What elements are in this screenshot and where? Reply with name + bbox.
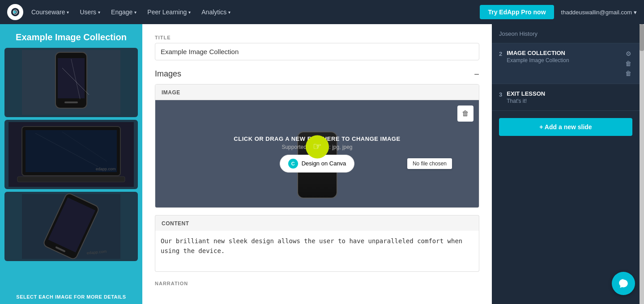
users-chevron-icon: ▾	[98, 10, 100, 15]
user-chevron-icon: ▾	[634, 9, 637, 16]
slide-item-2[interactable]: 2 IMAGE COLLECTION Example Image Collect…	[492, 43, 640, 84]
analytics-chevron-icon: ▾	[228, 10, 230, 15]
image-upload-wrapper: IMAGE 🗑 CLICK OR DRAG A NEW FILE HERE TO…	[155, 84, 479, 208]
slide-3-type: EXIT LESSON	[507, 90, 632, 97]
image-card-2-mock: edapp.com	[4, 120, 138, 189]
content-section: CONTENT Our brilliant new sleek design a…	[155, 215, 479, 274]
try-pro-button[interactable]: Try EdApp Pro now	[480, 5, 554, 19]
title-input[interactable]	[155, 43, 479, 60]
slide-2-subtitle: Example Image Collection	[507, 57, 620, 63]
slide-2-settings-button[interactable]: ⚙	[624, 50, 632, 58]
svg-rect-5	[58, 58, 85, 98]
left-preview-panel: Example Image Collection	[0, 24, 142, 304]
svg-point-1	[14, 11, 17, 13]
nav-peer-learning[interactable]: Peer Learning ▾	[143, 6, 195, 18]
add-new-slide-button[interactable]: + Add a new slide	[499, 118, 632, 136]
images-section-header: Images −	[155, 69, 479, 79]
left-panel-footer: SELECT EACH IMAGE FOR MORE DETAILS	[12, 290, 130, 304]
slide-2-delete-button[interactable]: 🗑	[624, 59, 632, 68]
main-layout: Example Image Collection	[0, 24, 644, 304]
scrollbar-thumb[interactable]	[640, 24, 644, 51]
collapse-images-button[interactable]: −	[474, 70, 479, 79]
image-card-3-mock: edapp.com	[4, 192, 138, 261]
navbar: Courseware ▾ Users ▾ Engage ▾ Peer Learn…	[0, 0, 644, 24]
svg-rect-12	[26, 130, 117, 172]
delete-image-button[interactable]: 🗑	[457, 106, 473, 122]
center-editor-panel: TITLE Images − IMAGE 🗑	[142, 24, 492, 304]
slide-item-3[interactable]: 3 EXIT LESSON That's it!	[492, 84, 640, 111]
chat-bubble-button[interactable]	[612, 272, 635, 295]
slide-3-info: EXIT LESSON That's it!	[507, 90, 632, 104]
app-logo[interactable]	[7, 4, 23, 20]
content-tab-bar: CONTENT	[155, 215, 479, 231]
breadcrumb: Joseon History	[499, 30, 537, 37]
peer-learning-chevron-icon: ▾	[188, 10, 191, 15]
cursor-indicator	[306, 135, 329, 158]
image-card-3[interactable]: edapp.com	[4, 192, 138, 261]
trash-icon: 🗑	[462, 110, 469, 118]
editor-content: TITLE Images − IMAGE 🗑	[142, 24, 492, 304]
image-card-1-mock	[4, 48, 138, 117]
nav-engage[interactable]: Engage ▾	[107, 6, 141, 18]
nav-analytics[interactable]: Analytics ▾	[197, 6, 235, 18]
right-panel: Joseon History 2 IMAGE COLLECTION Exampl…	[492, 24, 640, 304]
engage-chevron-icon: ▾	[134, 10, 136, 15]
title-label: TITLE	[155, 35, 479, 40]
slide-2-delete2-button[interactable]: 🗑	[624, 69, 632, 77]
no-file-badge: No file chosen	[407, 158, 452, 169]
svg-rect-13	[17, 177, 125, 182]
nav-users[interactable]: Users ▾	[75, 6, 105, 18]
slide-3-number: 3	[499, 91, 502, 98]
image-card-2[interactable]: edapp.com	[4, 120, 138, 189]
slide-2-type: IMAGE COLLECTION	[507, 50, 620, 56]
images-section-title: Images	[155, 69, 181, 79]
content-tab-label: CONTENT	[162, 220, 189, 227]
image-cards-list: edapp.com	[0, 48, 142, 290]
slide-2-info: IMAGE COLLECTION Example Image Collectio…	[507, 50, 620, 63]
right-panel-header: Joseon History	[492, 24, 640, 43]
left-panel-title: Example Image Collection	[9, 24, 134, 48]
image-tab-bar: IMAGE	[155, 84, 479, 100]
image-card-1[interactable]	[4, 48, 138, 117]
content-textarea[interactable]: Our brilliant new sleek design allows th…	[155, 231, 479, 272]
svg-text:edapp.com: edapp.com	[96, 167, 116, 171]
user-menu[interactable]: thaddeuswallin@gmail.com ▾	[561, 9, 637, 16]
slide-3-subtitle: That's it!	[507, 98, 632, 104]
courseware-chevron-icon: ▾	[67, 10, 69, 15]
canva-icon: C	[288, 159, 298, 169]
vertical-scrollbar[interactable]	[640, 24, 644, 304]
nav-courseware[interactable]: Courseware ▾	[27, 6, 73, 18]
slide-2-actions: ⚙ 🗑 🗑	[624, 50, 632, 77]
slide-2-number: 2	[499, 51, 502, 57]
svg-rect-6	[64, 101, 78, 103]
image-drop-area[interactable]: 🗑 CLICK OR DRAG A NEW FILE HERE TO CHANG…	[155, 100, 479, 207]
image-tab-label: IMAGE	[162, 89, 180, 96]
narration-label: NARRATION	[155, 281, 479, 286]
